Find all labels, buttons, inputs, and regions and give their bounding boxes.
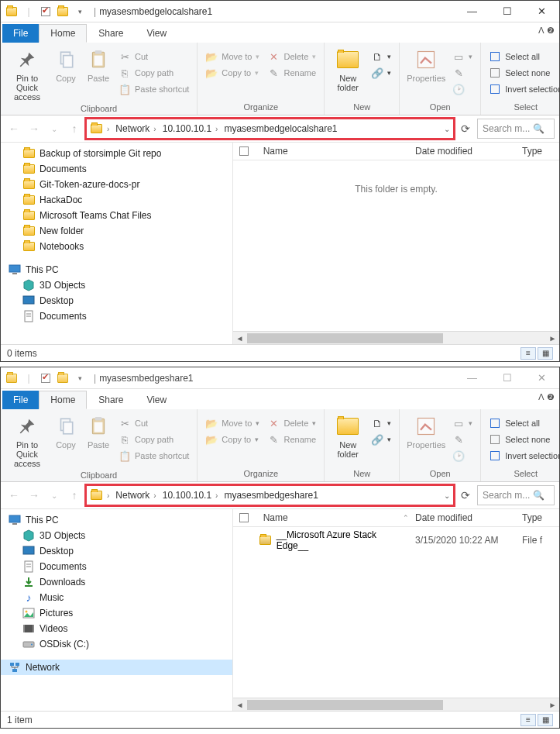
- refresh-button[interactable]: ⟳: [457, 487, 474, 504]
- cut-button[interactable]: ✂Cut: [115, 49, 192, 64]
- tree-item[interactable]: OSDisk (C:): [1, 636, 232, 652]
- copy-button[interactable]: Copy: [50, 46, 81, 84]
- horizontal-scrollbar[interactable]: ◄►: [233, 331, 559, 344]
- folder-qat-icon[interactable]: [57, 5, 69, 18]
- file-row[interactable]: __Microsoft Azure Stack Edge__3/15/2020 …: [233, 527, 559, 553]
- properties-qat-icon[interactable]: [40, 5, 52, 18]
- up-button[interactable]: ↑: [66, 487, 83, 504]
- home-tab[interactable]: Home: [39, 24, 87, 43]
- col-name[interactable]: Name: [263, 512, 288, 523]
- qat-dropdown-icon[interactable]: ▾: [74, 372, 86, 384]
- tree-item[interactable]: Microsoft Teams Chat Files: [1, 208, 232, 223]
- select-none-button[interactable]: Select none: [486, 65, 560, 81]
- tree-item[interactable]: 3D Objects: [1, 528, 232, 543]
- home-tab[interactable]: Home: [39, 391, 87, 409]
- col-name[interactable]: Name: [263, 146, 288, 157]
- breadcrumb-sep[interactable]: ›: [104, 125, 112, 133]
- address-dropdown-icon[interactable]: ⌄: [444, 491, 450, 500]
- refresh-button[interactable]: ⟳: [457, 120, 474, 137]
- cut-button[interactable]: ✂Cut: [115, 415, 192, 431]
- delete-button[interactable]: ✕Delete▾: [264, 49, 319, 64]
- select-all-checkbox[interactable]: [239, 146, 249, 156]
- tree-item[interactable]: Notebooks: [1, 239, 232, 254]
- up-button[interactable]: ↑: [66, 120, 83, 137]
- breadcrumb-share[interactable]: myasesmbedgelocalshare1: [222, 123, 338, 134]
- navigation-tree[interactable]: Backup of storsimple Git repoDocumentsGi…: [1, 143, 233, 344]
- copy-path-button[interactable]: ⎘Copy path: [115, 65, 192, 81]
- tree-item[interactable]: HackaDoc: [1, 192, 232, 208]
- close-button[interactable]: ✕: [524, 367, 559, 389]
- navigation-tree[interactable]: This PC3D ObjectsDesktopDocumentsDownloa…: [1, 509, 233, 711]
- select-all-checkbox[interactable]: [239, 513, 249, 522]
- forward-button[interactable]: →: [26, 120, 43, 137]
- share-tab[interactable]: Share: [87, 24, 135, 43]
- recent-button[interactable]: ⌄: [46, 120, 63, 137]
- new-item-button[interactable]: 🗋▾: [368, 415, 394, 431]
- ribbon-collapse-icon[interactable]: ᐱ ❷: [538, 26, 555, 36]
- col-type[interactable]: Type: [522, 146, 553, 157]
- tree-item[interactable]: This PC: [1, 512, 232, 528]
- scroll-left-icon[interactable]: ◄: [233, 701, 246, 709]
- file-menu[interactable]: File: [2, 391, 39, 409]
- forward-button[interactable]: →: [26, 487, 43, 504]
- open-button[interactable]: ▭▾: [449, 49, 476, 64]
- tree-item[interactable]: Desktop: [1, 543, 232, 559]
- minimize-button[interactable]: —: [455, 1, 490, 22]
- paste-shortcut-button[interactable]: 📋Paste shortcut: [115, 448, 192, 463]
- breadcrumb-network[interactable]: Network›: [114, 490, 159, 501]
- folder-qat-icon[interactable]: [57, 372, 69, 384]
- horizontal-scrollbar[interactable]: ◄►: [233, 698, 559, 711]
- tree-item[interactable]: New folder: [1, 223, 232, 239]
- edit-button[interactable]: ✎: [449, 65, 476, 81]
- ribbon-collapse-icon[interactable]: ᐱ ❷: [538, 392, 555, 402]
- tree-item[interactable]: Network: [1, 660, 232, 675]
- scroll-left-icon[interactable]: ◄: [233, 334, 246, 343]
- properties-button[interactable]: Properties: [404, 46, 448, 84]
- qat-dropdown-icon[interactable]: ▾: [74, 5, 86, 18]
- maximize-button[interactable]: ☐: [490, 367, 524, 389]
- recent-button[interactable]: ⌄: [46, 487, 63, 504]
- back-button[interactable]: ←: [5, 487, 22, 504]
- scroll-right-icon[interactable]: ►: [546, 334, 559, 343]
- properties-button[interactable]: Properties: [404, 412, 448, 451]
- move-to-button[interactable]: 📂Move to▾: [202, 49, 263, 64]
- delete-button[interactable]: ✕Delete▾: [264, 415, 319, 431]
- search-input[interactable]: Search m...🔍: [477, 485, 555, 505]
- share-tab[interactable]: Share: [87, 391, 135, 409]
- history-button[interactable]: 🕑: [449, 448, 476, 463]
- column-header[interactable]: Name⌃ Date modified Type: [233, 509, 559, 527]
- new-folder-button[interactable]: New folder: [329, 46, 366, 94]
- tree-item[interactable]: Downloads: [1, 574, 232, 590]
- tree-item[interactable]: Pictures: [1, 605, 232, 621]
- tree-item[interactable]: This PC: [1, 262, 232, 277]
- col-type[interactable]: Type: [522, 512, 553, 523]
- edit-button[interactable]: ✎: [449, 432, 476, 447]
- open-button[interactable]: ▭▾: [449, 415, 476, 431]
- tree-item[interactable]: Documents: [1, 161, 232, 177]
- breadcrumb-sep[interactable]: ›: [104, 491, 112, 500]
- breadcrumb-host[interactable]: 10.100.10.1›: [161, 490, 222, 501]
- minimize-button[interactable]: —: [455, 367, 490, 389]
- invert-selection-button[interactable]: Invert selection: [486, 448, 560, 463]
- easy-access-button[interactable]: 🔗▾: [368, 432, 394, 447]
- view-icons-button[interactable]: ▦: [538, 714, 553, 726]
- tree-item[interactable]: ♪Music: [1, 590, 232, 605]
- copy-to-button[interactable]: 📂Copy to▾: [202, 432, 263, 447]
- rename-button[interactable]: ✎Rename: [264, 432, 319, 447]
- properties-qat-icon[interactable]: [40, 372, 52, 384]
- tree-item[interactable]: Documents: [1, 559, 232, 574]
- scroll-right-icon[interactable]: ►: [546, 701, 559, 709]
- maximize-button[interactable]: ☐: [490, 1, 524, 22]
- view-tab[interactable]: View: [135, 24, 178, 43]
- select-all-button[interactable]: Select all: [486, 49, 560, 64]
- breadcrumb-share[interactable]: myasesmbedgeshare1: [222, 490, 319, 501]
- close-button[interactable]: ✕: [524, 1, 559, 22]
- col-date[interactable]: Date modified: [415, 512, 516, 523]
- tree-item[interactable]: 3D Objects: [1, 277, 232, 293]
- paste-shortcut-button[interactable]: 📋Paste shortcut: [115, 81, 192, 97]
- copy-path-button[interactable]: ⎘Copy path: [115, 432, 192, 447]
- breadcrumb-host[interactable]: 10.100.10.1›: [161, 123, 222, 134]
- search-input[interactable]: Search m...🔍: [477, 119, 555, 139]
- pin-quick-access-button[interactable]: Pin to Quick access: [5, 46, 49, 103]
- invert-selection-button[interactable]: Invert selection: [486, 81, 560, 97]
